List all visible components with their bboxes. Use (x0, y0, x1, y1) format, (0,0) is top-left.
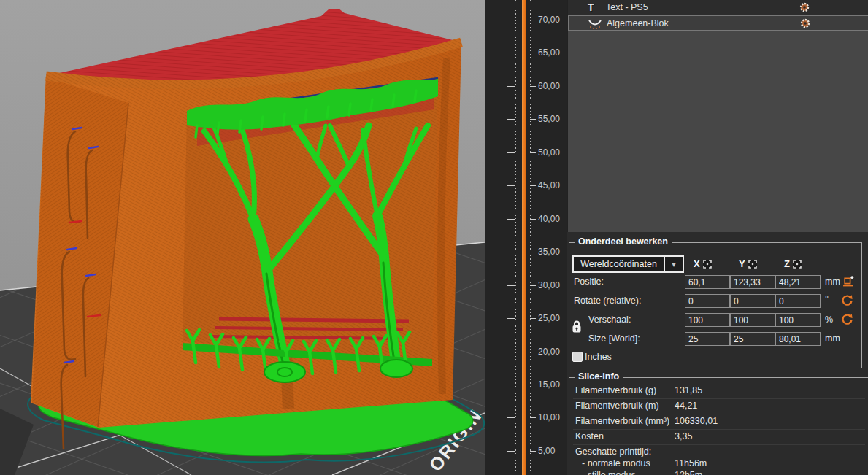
slice-info-title: Slice-info (575, 371, 623, 382)
ruler-label: 65,00 (538, 47, 560, 58)
model-list[interactable]: T Text - PS5 Algemeen-Blok (567, 0, 868, 232)
ruler-major-tick (530, 185, 536, 186)
rotate-label: Rotate (relative): (574, 296, 641, 306)
scale-unit: % (825, 314, 833, 325)
ruler-major-tick (530, 86, 536, 87)
printed-model (28, 9, 484, 462)
model-item-label: Algemeen-Blok (607, 18, 669, 28)
ruler-major-tick (530, 417, 536, 418)
ruler-major-tick (507, 417, 515, 418)
ruler-major-tick (530, 318, 536, 319)
ruler-major-tick (530, 385, 536, 385)
position-unit: mm (825, 277, 840, 287)
scale-label: Verschaal: (588, 314, 631, 325)
print-time-row: - stille modus 12h5m (573, 468, 865, 475)
size-z-field[interactable] (775, 332, 821, 346)
ruler-minor-ticks-left (515, 0, 516, 475)
rotate-x-field[interactable] (685, 294, 730, 308)
position-y-field[interactable] (730, 275, 775, 289)
reset-rotation-icon[interactable] (841, 293, 853, 306)
ruler-minor-ticks-right (530, 0, 531, 475)
size-label: Size [World]: (588, 333, 640, 344)
rotate-z-field[interactable] (775, 294, 821, 308)
column-header-z: Z (784, 258, 802, 269)
ruler-major-tick (507, 152, 515, 153)
ruler-major-tick (530, 152, 536, 153)
ruler-label: 20,00 (538, 347, 560, 357)
right-panel: T Text - PS5 Algemeen-Blok Onderdeel bew… (567, 0, 868, 475)
ruler-label: 10,00 (538, 412, 560, 422)
ruler-major-tick (507, 53, 515, 53)
viewport-3d[interactable]: ORIGIN (0, 0, 485, 475)
slice-info-row: Filamentverbruik (mm³)106330,01 (573, 414, 865, 430)
ruler-major-tick (507, 451, 515, 452)
ruler-major-tick (507, 252, 515, 252)
settings-gear-icon[interactable] (799, 18, 811, 29)
ruler-major-tick (530, 20, 536, 20)
ruler-label: 30,00 (538, 280, 560, 290)
ruler-major-tick (507, 20, 515, 20)
chevron-down-icon[interactable]: ▾ (664, 257, 683, 271)
size-y-field[interactable] (730, 332, 775, 346)
ruler-label: 55,00 (538, 114, 560, 124)
ruler-major-tick (530, 285, 536, 286)
ruler-label: 60,00 (538, 81, 560, 91)
ruler-label: 45,00 (538, 180, 560, 190)
scale-lock-icon[interactable] (572, 320, 582, 333)
position-x-field[interactable] (685, 275, 730, 289)
ruler-label: 15,00 (538, 379, 560, 390)
ruler-major-tick (507, 185, 515, 186)
axis-lock-icon[interactable] (793, 260, 802, 269)
text-object-icon: T (588, 1, 601, 14)
edit-part-group: Onderdeel bewerken Wereldcoördinaten ▾ X… (569, 242, 862, 368)
ruler-major-tick (530, 219, 536, 220)
layer-range-slider[interactable] (522, 0, 526, 475)
ruler-major-tick (530, 119, 536, 120)
drop-to-bed-icon[interactable] (842, 275, 855, 287)
ruler-major-tick (530, 252, 536, 252)
position-z-field[interactable] (775, 275, 821, 289)
inches-checkbox[interactable] (572, 352, 583, 362)
scale-y-field[interactable] (730, 313, 775, 327)
ruler-label: 35,00 (538, 247, 560, 257)
settings-gear-icon[interactable] (799, 1, 810, 13)
layer-ruler: 70,0065,0060,0055,0050,0045,0040,0035,00… (485, 0, 567, 475)
slice-info-row: Kosten3,35 (573, 430, 865, 445)
ruler-major-tick (530, 451, 536, 452)
axis-lock-icon[interactable] (748, 260, 757, 269)
ruler-label: 50,00 (538, 147, 560, 158)
ruler-major-tick (507, 219, 515, 220)
ruler-label: 5,00 (538, 446, 555, 456)
ruler-label: 25,00 (538, 313, 560, 323)
ruler-major-tick (507, 86, 515, 87)
mesh-object-icon (588, 18, 602, 30)
ruler-major-tick (507, 285, 515, 286)
column-header-x: X (694, 258, 712, 269)
inches-label: Inches (585, 352, 612, 362)
slicer-app-window: { "model_list": { "items": [ { "label": … (0, 0, 868, 475)
scale-z-field[interactable] (775, 313, 821, 327)
ruler-label: 70,00 (538, 15, 560, 25)
position-label: Positie: (574, 277, 604, 287)
slice-info-row: Filamentverbruik (g)131,85 (573, 384, 865, 399)
ruler-major-tick (530, 53, 536, 53)
scale-x-field[interactable] (685, 313, 730, 327)
viewport-scene: ORIGIN (0, 0, 485, 475)
rotate-y-field[interactable] (730, 294, 775, 308)
model-item-label: Text - PS5 (606, 2, 648, 12)
axis-lock-icon[interactable] (703, 260, 712, 269)
model-list-item[interactable]: T Text - PS5 (568, 0, 868, 15)
edit-group-title: Onderdeel bewerken (575, 236, 672, 247)
size-x-field[interactable] (685, 332, 730, 346)
ruler-major-tick (507, 385, 515, 385)
slice-info-group: Slice-info Filamentverbruik (g)131,85 Fi… (569, 377, 868, 475)
model-list-item-selected[interactable]: Algemeen-Blok (568, 15, 868, 31)
size-unit: mm (825, 333, 840, 344)
coordinate-system-dropdown[interactable]: Wereldcoördinaten ▾ (572, 255, 684, 273)
ruler-major-tick (507, 318, 515, 319)
ruler-label: 40,00 (538, 214, 560, 224)
column-header-y: Y (739, 258, 757, 269)
reset-scale-icon[interactable] (841, 312, 853, 325)
rotate-unit: ° (825, 294, 829, 304)
slice-info-row: Filamentverbruik (m)44,21 (573, 399, 865, 414)
